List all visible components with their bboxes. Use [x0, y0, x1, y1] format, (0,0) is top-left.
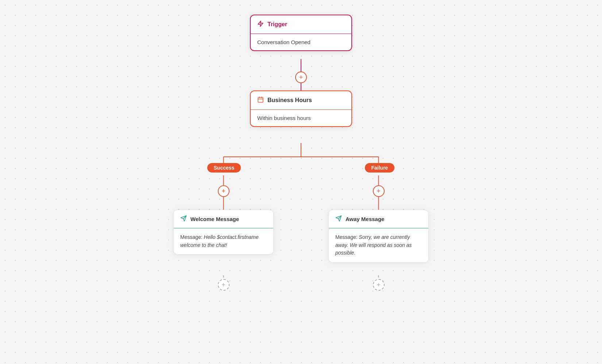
success-badge: Success — [207, 163, 241, 173]
trigger-card[interactable]: Trigger Conversation Opened — [250, 15, 352, 51]
svg-marker-12 — [258, 21, 263, 27]
add-button-top[interactable]: + — [295, 71, 307, 83]
away-message-header: Away Message — [329, 210, 428, 228]
business-hours-card[interactable]: Business Hours Within business hours — [250, 90, 352, 127]
welcome-message-body: Message: Hello $contact.firstname welcom… — [174, 228, 273, 254]
add-button-away-bottom[interactable]: + — [373, 279, 385, 291]
welcome-message-header: Welcome Message — [174, 210, 273, 228]
business-hours-title: Business Hours — [267, 97, 312, 104]
trigger-body: Conversation Opened — [251, 34, 351, 50]
welcome-message-card[interactable]: Welcome Message Message: Hello $contact.… — [173, 210, 274, 255]
away-message-card[interactable]: Away Message Message: Sorry, we are curr… — [328, 210, 429, 263]
welcome-message-title: Welcome Message — [190, 216, 239, 222]
business-hours-body: Within business hours — [251, 110, 351, 126]
business-hours-header: Business Hours — [251, 91, 351, 109]
add-button-welcome-bottom[interactable]: + — [218, 279, 229, 291]
send-icon-away — [335, 215, 342, 223]
calendar-icon — [257, 96, 264, 104]
add-button-success[interactable]: + — [218, 185, 229, 197]
trigger-header: Trigger — [251, 15, 351, 34]
bolt-icon — [257, 20, 264, 28]
away-message-prefix: Message: — [335, 234, 359, 240]
add-button-failure[interactable]: + — [373, 185, 385, 197]
away-message-title: Away Message — [346, 216, 384, 222]
away-message-body: Message: Sorry, we are currently away. W… — [329, 228, 428, 262]
trigger-title: Trigger — [267, 21, 287, 28]
welcome-message-prefix: Message: — [180, 234, 204, 240]
svg-rect-13 — [258, 97, 263, 102]
send-icon-welcome — [180, 215, 187, 223]
failure-badge: Failure — [365, 163, 395, 173]
flow-canvas: Trigger Conversation Opened + Business H… — [0, 0, 602, 364]
